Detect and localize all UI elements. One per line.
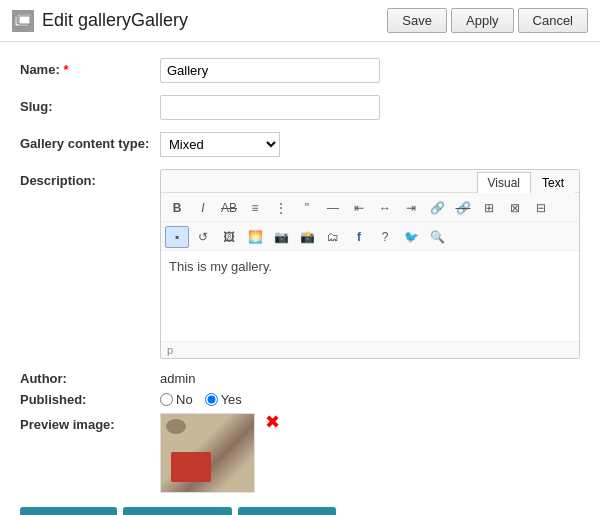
author-value: admin [160,371,195,386]
slug-row: Slug: [20,95,580,120]
published-label: Published: [20,392,160,407]
tb-insert[interactable]: ⊞ [477,197,501,219]
tab-text[interactable]: Text [531,172,575,193]
tb-image2[interactable]: 🌅 [243,226,267,248]
tb-blockquote[interactable]: " [295,197,319,219]
cancel-button[interactable]: Cancel [518,8,588,33]
tb-search[interactable]: 🔍 [425,226,449,248]
tb-facebook[interactable]: f [347,226,371,248]
title-area: Edit galleryGallery [12,10,188,32]
name-input-wrapper [160,58,580,83]
tb-strikethrough[interactable]: AB [217,197,241,219]
slug-input-wrapper [160,95,580,120]
apply-button[interactable]: Apply [451,8,514,33]
page-header: Edit galleryGallery Save Apply Cancel [0,0,600,42]
radio-no-input[interactable] [160,393,173,406]
description-row: Description: Visual Text B I AB ≡ ⋮ " — … [20,169,580,359]
editor-container: Visual Text B I AB ≡ ⋮ " — ⇤ ↔ ⇥ 🔗 🔗 ⊞ ⊠… [160,169,580,359]
preview-content: ✖ [160,413,280,493]
name-label: Name: * [20,58,160,77]
embed-media-button[interactable]: Embed Media [123,507,231,515]
tb-align-right[interactable]: ⇥ [399,197,423,219]
content-type-label: Gallery content type: [20,132,160,151]
published-radio-group: No Yes [160,392,242,407]
tb-image5[interactable]: 🗂 [321,226,345,248]
header-buttons: Save Apply Cancel [387,8,588,33]
tb-delete[interactable]: ⊠ [503,197,527,219]
svg-rect-2 [19,16,30,24]
radio-yes[interactable]: Yes [205,392,242,407]
tb-bold[interactable]: B [165,197,189,219]
content-type-select[interactable]: Mixed Images Video [160,132,280,157]
editor-footer: p [161,341,579,358]
save-button[interactable]: Save [387,8,447,33]
editor-footer-tag: p [167,344,173,356]
radio-no[interactable]: No [160,392,193,407]
tb-twitter[interactable]: 🐦 [399,226,423,248]
radio-no-label: No [176,392,193,407]
description-label: Description: [20,169,160,188]
tb-ordered-list[interactable]: ⋮ [269,197,293,219]
name-row: Name: * [20,58,580,83]
content-type-row: Gallery content type: Mixed Images Video [20,132,580,157]
add-images-button[interactable]: Add Images [20,507,117,515]
tb-image3[interactable]: 📷 [269,226,293,248]
gallery-icon [12,10,34,32]
tb-block[interactable]: ▪ [165,226,189,248]
editor-body[interactable]: This is my gallery. [161,251,579,341]
author-label: Author: [20,371,160,386]
editor-toolbar-row1: B I AB ≡ ⋮ " — ⇤ ↔ ⇥ 🔗 🔗 ⊞ ⊠ ⊟ [161,193,579,222]
author-row: Author: admin [20,371,580,386]
published-row: Published: No Yes [20,392,580,407]
slug-label: Slug: [20,95,160,114]
radio-yes-label: Yes [221,392,242,407]
preview-row: Preview image: ✖ [20,413,580,493]
tb-image1[interactable]: 🖼 [217,226,241,248]
preview-label: Preview image: [20,413,160,432]
tb-italic[interactable]: I [191,197,215,219]
editor-tabs: Visual Text [161,170,579,193]
tb-link[interactable]: 🔗 [425,197,449,219]
radio-yes-input[interactable] [205,393,218,406]
page-title: Edit galleryGallery [42,10,188,31]
tb-help[interactable]: ? [373,226,397,248]
description-text: This is my gallery. [169,259,272,274]
name-input[interactable] [160,58,380,83]
tb-table[interactable]: ⊟ [529,197,553,219]
main-content: Name: * Slug: Gallery content type: Mixe… [0,42,600,515]
preview-thumb-img [161,414,254,492]
tab-visual[interactable]: Visual [477,172,531,193]
bulk-embed-button[interactable]: Bulk Embed [238,507,336,515]
preview-thumbnail [160,413,255,493]
tb-image4[interactable]: 📸 [295,226,319,248]
delete-preview-icon[interactable]: ✖ [265,413,280,431]
bottom-action-buttons: Add Images Embed Media Bulk Embed [20,507,580,515]
tb-align-center[interactable]: ↔ [373,197,397,219]
slug-input[interactable] [160,95,380,120]
tb-undo[interactable]: ↺ [191,226,215,248]
tb-unlink[interactable]: 🔗 [451,197,475,219]
tb-unordered-list[interactable]: ≡ [243,197,267,219]
tb-hr[interactable]: — [321,197,345,219]
content-type-input-wrapper: Mixed Images Video [160,132,580,157]
tb-align-left[interactable]: ⇤ [347,197,371,219]
editor-toolbar-row2: ▪ ↺ 🖼 🌅 📷 📸 🗂 f ? 🐦 🔍 [161,222,579,251]
